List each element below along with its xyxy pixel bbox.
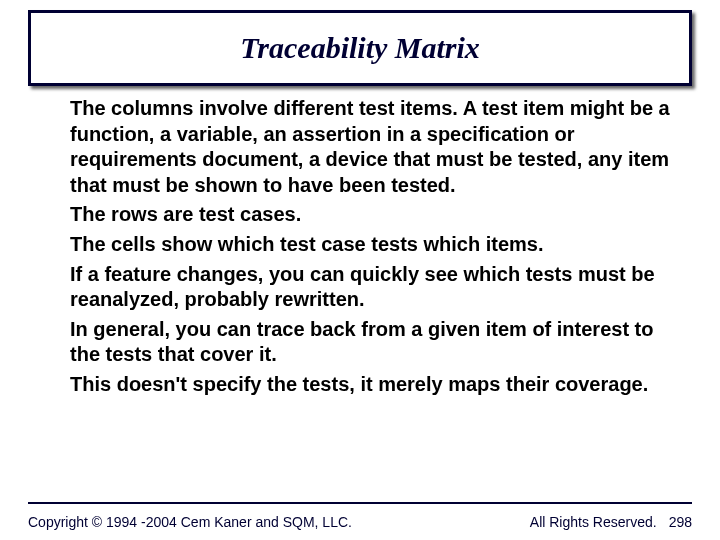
paragraph: The cells show which test case tests whi… [70,232,670,258]
title-box: Traceability Matrix [28,10,692,86]
divider [28,502,692,504]
paragraph: This doesn't specify the tests, it merel… [70,372,670,398]
paragraph: If a feature changes, you can quickly se… [70,262,670,313]
footer: Copyright © 1994 -2004 Cem Kaner and SQM… [28,514,692,530]
paragraph: The columns involve different test items… [70,96,670,198]
paragraph: In general, you can trace back from a gi… [70,317,670,368]
slide-body: The columns involve different test items… [70,96,670,398]
paragraph: The rows are test cases. [70,202,670,228]
copyright-text: Copyright © 1994 -2004 Cem Kaner and SQM… [28,514,352,530]
page-number: 298 [669,514,692,530]
rights-text: All Rights Reserved. [530,514,657,530]
page-title: Traceability Matrix [31,31,689,65]
